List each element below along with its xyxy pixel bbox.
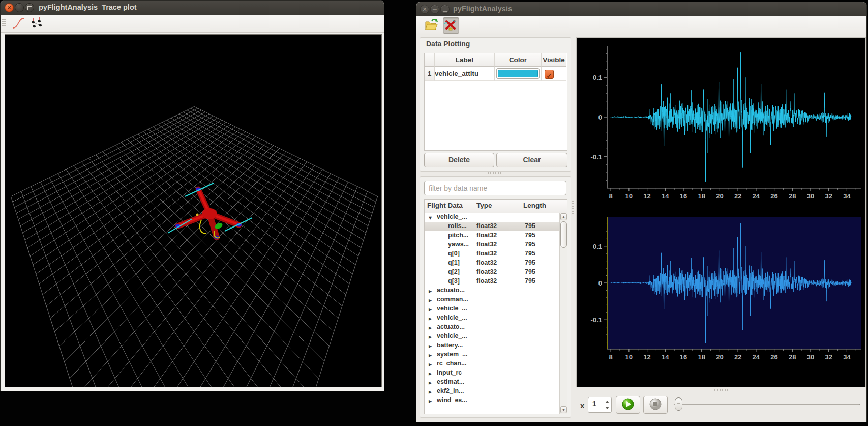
play-icon: [617, 396, 639, 412]
panel-splitter[interactable]: [488, 172, 501, 174]
expand-icon[interactable]: ▸: [429, 287, 432, 295]
y-tick-label: 0: [598, 279, 602, 287]
expand-icon[interactable]: ▸: [429, 370, 432, 377]
minimize-button[interactable]: ─: [15, 3, 24, 12]
bottom-splitter[interactable]: [714, 389, 728, 391]
color-swatch[interactable]: [496, 68, 540, 79]
top-plot[interactable]: 0.10-0.1810121416182022242628303234: [577, 38, 865, 200]
spin-down-icon[interactable]: [605, 407, 609, 409]
maximize-button[interactable]: [440, 5, 450, 14]
column-splitter[interactable]: [572, 201, 574, 214]
tree-row[interactable]: rolls...float32795: [425, 222, 559, 231]
spin-up-icon[interactable]: [605, 401, 609, 403]
maximize-button[interactable]: [25, 3, 34, 12]
timeline-slider-handle[interactable]: [675, 397, 682, 411]
tree-row[interactable]: pitch...float32795: [425, 231, 559, 240]
tree-row[interactable]: ▸system_...: [425, 350, 559, 359]
x-tick-label: 16: [680, 353, 687, 361]
tree-row[interactable]: ▸actuato...: [425, 323, 559, 332]
3d-viewport[interactable]: [5, 34, 382, 387]
quadrotor-view-button[interactable]: [443, 17, 459, 34]
tree-row[interactable]: ▸comman...: [425, 295, 559, 304]
tree-row[interactable]: ▸ekf2_in...: [425, 387, 559, 396]
scroll-up-arrow[interactable]: ▲: [560, 213, 567, 220]
stop-button[interactable]: [643, 396, 668, 414]
tree-row[interactable]: ▸rc_chan...: [425, 359, 559, 368]
drone-model: [168, 182, 254, 248]
tree-row[interactable]: q[2]float32795: [425, 268, 559, 277]
play-button[interactable]: [616, 396, 640, 414]
collapse-icon[interactable]: ▾: [429, 214, 432, 221]
model-view-tool-button[interactable]: [29, 16, 44, 31]
waveform-vehicle_attitude->rollspeed: [611, 52, 851, 182]
curve-label-cell[interactable]: vehicle_attitu: [435, 67, 495, 81]
tree-row[interactable]: yaws...float32795: [425, 240, 559, 249]
expand-icon[interactable]: ▸: [429, 315, 432, 322]
x-tick-label: 34: [843, 192, 851, 200]
expand-icon[interactable]: ▸: [429, 351, 432, 359]
expand-icon[interactable]: ▸: [429, 388, 432, 395]
panel-title: Data Plotting: [426, 40, 470, 48]
expand-icon[interactable]: ▸: [429, 333, 432, 340]
bottom-plot[interactable]: vehicle_attitude->rollspeed 0.10-0.18101…: [577, 200, 865, 387]
tree-row[interactable]: ▸actuato...: [425, 286, 559, 295]
toolbar-handle[interactable]: [418, 21, 422, 29]
x-tick-label: 30: [807, 353, 814, 361]
clear-button[interactable]: Clear: [496, 153, 567, 167]
spinbox-arrows[interactable]: [603, 397, 611, 412]
close-button[interactable]: ✕: [420, 5, 429, 14]
tree-item-length: 795: [525, 250, 535, 257]
scroll-down-arrow[interactable]: ▼: [560, 406, 567, 413]
tree-item-label: ekf2_in...: [437, 387, 464, 394]
y-tick-label: -0.1: [591, 153, 602, 161]
toolbar-handle[interactable]: [2, 19, 6, 27]
tree-header-type[interactable]: Type: [476, 202, 492, 209]
tree-row[interactable]: ▸vehicle_...: [425, 304, 559, 314]
open-file-button[interactable]: [424, 17, 439, 33]
visible-checkbox[interactable]: [545, 70, 554, 79]
x-tick-label: 34: [843, 353, 851, 361]
scroll-thumb[interactable]: [560, 221, 567, 248]
tree-row[interactable]: ▸estimat...: [425, 378, 559, 387]
close-button[interactable]: ✕: [5, 3, 14, 12]
tree-row[interactable]: ▾vehicle_...: [425, 213, 559, 222]
column-header-label[interactable]: Label: [435, 53, 495, 67]
delete-button[interactable]: Delete: [424, 153, 494, 167]
tree-header-name[interactable]: Flight Data: [427, 202, 463, 209]
expand-icon[interactable]: ▸: [429, 397, 432, 405]
tree-item-type: float32: [476, 222, 497, 230]
curve-color-cell[interactable]: [495, 67, 542, 81]
y-tick-label: -0.1: [591, 316, 602, 324]
expand-icon[interactable]: ▸: [429, 342, 432, 350]
column-header-color[interactable]: Color: [495, 53, 542, 67]
tree-row[interactable]: ▸input_rc: [425, 368, 559, 378]
speed-spinbox[interactable]: 1: [588, 397, 612, 413]
tree-row[interactable]: ▸vehicle_...: [425, 314, 559, 323]
tree-header-length[interactable]: Length: [523, 202, 546, 209]
tree-row[interactable]: ▸battery...: [425, 341, 559, 350]
expand-icon[interactable]: ▸: [429, 324, 432, 331]
tree-row[interactable]: ▸wind_es...: [425, 396, 559, 405]
tree-item-type: float32: [476, 250, 497, 257]
expand-icon[interactable]: ▸: [429, 379, 432, 386]
x-tick-label: 14: [662, 353, 669, 361]
x-tick-label: 16: [680, 192, 687, 200]
timeline-slider-track[interactable]: [674, 404, 860, 405]
expand-icon[interactable]: ▸: [429, 305, 432, 313]
expand-icon[interactable]: ▸: [429, 296, 432, 304]
x-tick-label: 8: [609, 353, 613, 361]
curve-plot-tool-button[interactable]: [11, 16, 26, 31]
x-tick-label: 24: [753, 192, 760, 200]
expand-icon[interactable]: ▸: [429, 360, 432, 368]
x-tick-label: 10: [625, 353, 633, 361]
tree-scrollbar[interactable]: ▲ ▼: [559, 213, 567, 414]
titlebar[interactable]: ✕ ─ pyFlightAnalysis Trace plot: [1, 1, 384, 15]
tree-row[interactable]: q[3]float32795: [425, 277, 559, 286]
tree-row[interactable]: q[1]float32795: [425, 259, 559, 268]
filter-input[interactable]: [424, 181, 566, 195]
minimize-button[interactable]: ─: [430, 5, 439, 14]
column-header-visible[interactable]: Visible: [542, 53, 566, 67]
titlebar[interactable]: ✕ ─ pyFlightAnalysis: [416, 2, 866, 17]
tree-row[interactable]: q[0]float32795: [425, 249, 559, 259]
tree-row[interactable]: ▸vehicle_...: [425, 332, 559, 341]
